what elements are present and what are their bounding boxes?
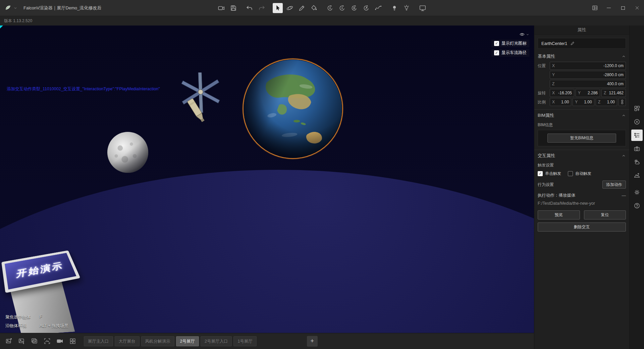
reset-button[interactable]: 复位 [584, 210, 626, 219]
select-tool-button[interactable] [273, 3, 283, 13]
scale-x-input[interactable]: X 1.00 [550, 98, 571, 106]
version-bar: 版本 1.13.2.520 [0, 16, 644, 26]
add-scene-tab-button[interactable]: + [307, 336, 318, 347]
main-toolbar [213, 3, 431, 13]
help-button[interactable] [631, 200, 643, 211]
export-image-button[interactable] [3, 335, 15, 347]
rotation-z-input[interactable]: Z 121.462 [601, 89, 626, 97]
satellite-object[interactable] [171, 72, 225, 130]
earth-object-selected[interactable] [240, 56, 345, 161]
add-move-animation-button[interactable] [325, 3, 335, 13]
view-grid-button[interactable] [66, 335, 78, 347]
auto-trigger-checkbox[interactable]: 自动触发 [568, 171, 591, 177]
add-action-button[interactable]: 添加动作 [602, 181, 626, 189]
eye-icon [519, 32, 525, 37]
preview-button[interactable]: 预览 [538, 210, 580, 219]
position-label: 位置 [538, 63, 548, 69]
video-capture-button[interactable] [216, 3, 226, 13]
settings-gear-button[interactable] [631, 187, 643, 198]
record-video-button[interactable] [54, 335, 66, 347]
remove-action-button[interactable]: — [622, 193, 626, 198]
uniform-scale-link-icon[interactable] [619, 98, 626, 106]
add-rotate-animation-button[interactable] [337, 3, 347, 13]
redo-button[interactable] [257, 3, 267, 13]
tab-hall-1[interactable]: 1号展厅 [233, 336, 256, 346]
object-name-field[interactable]: EarthCenter1 [538, 38, 626, 49]
scale-z-input[interactable]: Z 1.00 [596, 98, 617, 106]
viewport-corner-marker [0, 26, 3, 29]
navigation-button[interactable] [631, 116, 643, 128]
undo-button[interactable] [245, 3, 255, 13]
app-menu[interactable] [0, 4, 17, 12]
display-device-button[interactable] [418, 3, 428, 13]
scale-y-input[interactable]: Y 1.00 [573, 98, 594, 106]
viewport-3d[interactable]: 添加交互动作类型_11010002_交互设置_"InteractionType"… [0, 26, 534, 333]
bim-info-box: 暂无BIM信息 [538, 130, 626, 146]
chevron-up-icon[interactable] [622, 54, 626, 59]
capture-region-button[interactable] [41, 335, 53, 347]
interaction-annotation: 添加交互动作类型_11010002_交互设置_"InteractionType"… [7, 86, 160, 92]
tab-hall-2-entrance[interactable]: 2号展厅入口 [201, 336, 232, 346]
rotation-y-input[interactable]: Y 2.286 [576, 89, 600, 97]
section-bim-properties[interactable]: BIM属性 [538, 110, 626, 121]
checkbox-checked-icon[interactable]: ✓ [538, 171, 543, 176]
show-light-icons-option[interactable]: ✓ 显示灯光图标 [491, 40, 529, 47]
click-trigger-checkbox[interactable]: ✓ 单击触发 [538, 171, 561, 177]
window-title: FalconV渲染器｜展厅Demo_流化修改后 [23, 5, 101, 11]
behavior-settings-label: 行为设置 [538, 182, 554, 188]
section-interaction-properties[interactable]: 交互属性 [538, 150, 626, 161]
position-x-input[interactable]: X -1200.0 cm [550, 62, 626, 70]
spot-light-button[interactable] [401, 3, 412, 13]
image-gallery-button[interactable] [28, 335, 40, 347]
title-bar: FalconV渲染器｜展厅Demo_流化修改后 [0, 0, 644, 16]
save-button[interactable] [228, 3, 238, 13]
environment-button[interactable] [631, 156, 643, 168]
chevron-up-icon[interactable] [622, 113, 626, 118]
option-label: 显示车流路径 [501, 50, 527, 56]
moon-object[interactable] [106, 131, 149, 174]
chevron-down-icon [526, 33, 529, 36]
minimize-button[interactable] [602, 0, 616, 16]
bottom-toolbar: 展厅主入口 大厅展台 风机分解演示 2号展厅 2号展厅入口 1号展厅 + [0, 333, 534, 349]
rotation-label: 旋转 [538, 90, 548, 96]
rotation-x-input[interactable]: X -16.205 [550, 89, 574, 97]
checkbox-unchecked-icon[interactable] [568, 171, 573, 176]
widgets-button[interactable] [631, 103, 643, 114]
edit-pencil-icon[interactable] [570, 41, 575, 46]
window-controls [588, 0, 644, 16]
chevron-up-icon[interactable] [622, 154, 626, 158]
point-light-button[interactable] [389, 3, 399, 13]
camera-button[interactable] [631, 143, 643, 154]
import-image-button[interactable] [15, 335, 28, 347]
no-bim-info-button[interactable]: 暂无BIM信息 [547, 134, 616, 143]
tab-lobby-booth[interactable]: 大厅展台 [115, 336, 140, 346]
media-path-text: F:/TestData/Media/the-new-yor [538, 201, 626, 206]
close-button[interactable] [630, 0, 644, 16]
scale-label: 比例 [538, 99, 548, 105]
spline-tool-button[interactable] [373, 3, 383, 13]
right-sidebar [629, 26, 644, 349]
layout-grid-button[interactable] [588, 0, 602, 16]
position-z-input[interactable]: Z 400.0 cm [550, 80, 626, 88]
tab-hall-main-entrance[interactable]: 展厅主入口 [84, 336, 113, 346]
tab-hall-2[interactable]: 2号展厅 [176, 336, 199, 346]
scene-tree-button[interactable] [631, 130, 643, 141]
position-y-input[interactable]: Y -2800.0 cm [550, 71, 626, 79]
kiosk-screen-text: 开始演示 [14, 260, 65, 280]
draw-tool-button[interactable] [297, 3, 307, 13]
add-scale-animation-button[interactable] [349, 3, 359, 13]
maximize-button[interactable] [616, 0, 630, 16]
checkbox-checked-icon[interactable]: ✓ [494, 50, 499, 55]
shortcut-hints: 聚焦选中物体 F 沿物体环视 ALT + 拖拽场景 [5, 314, 68, 329]
object-name: EarthCenter1 [541, 41, 567, 46]
visibility-dropdown[interactable] [519, 32, 529, 37]
add-path-animation-button[interactable] [361, 3, 371, 13]
delete-interaction-button[interactable]: 删除交互 [538, 222, 626, 232]
section-basic-properties[interactable]: 基本属性 [538, 51, 626, 62]
terrain-button[interactable] [631, 170, 643, 181]
tab-turbine-demo[interactable]: 风机分解演示 [141, 336, 174, 346]
show-traffic-paths-option[interactable]: ✓ 显示车流路径 [491, 49, 529, 57]
checkbox-checked-icon[interactable]: ✓ [494, 41, 499, 46]
fill-tool-button[interactable] [309, 3, 319, 13]
orbit-tool-button[interactable] [285, 3, 295, 13]
